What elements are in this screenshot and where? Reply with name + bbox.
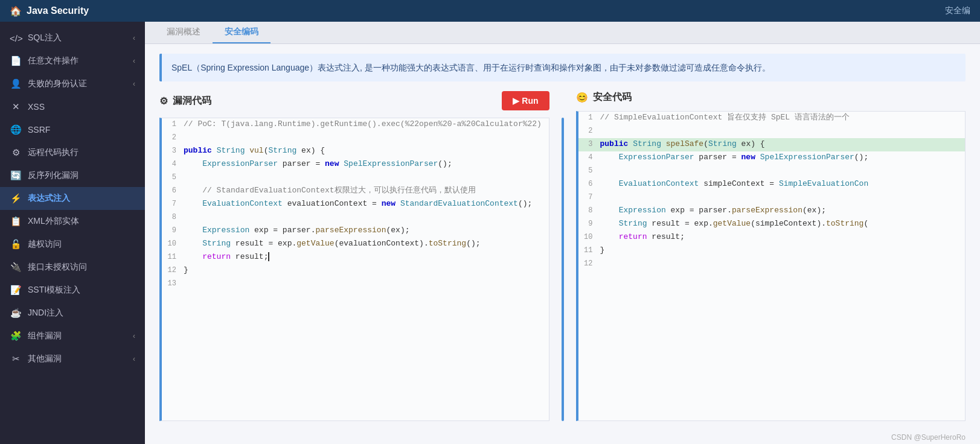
sidebar-item-xss[interactable]: ✕ XSS [0,95,145,118]
code-line: 9 String result = exp.getValue(simpleCon… [578,218,966,231]
safe-panel-header: 😊 安全代码 [576,91,966,104]
sidebar-label-sql: SQL注入 [28,33,62,43]
sidebar-label-other: 其他漏洞 [28,354,62,364]
run-button[interactable]: ▶ Run [502,91,549,110]
sidebar-item-expression-injection[interactable]: ⚡ 表达式注入 [0,187,145,210]
home-icon: 🏠 [10,5,22,17]
sidebar-label-rce: 远程代码执行 [28,147,78,158]
sidebar-label-jndi: JNDI注入 [28,308,63,319]
sidebar-item-xml-entity[interactable]: 📋 XML外部实体 [0,210,145,233]
template-icon: 📝 [10,285,22,296]
user-icon: 👤 [10,78,22,89]
sidebar-item-rce[interactable]: ⚙ 远程代码执行 [0,141,145,164]
sidebar-label-expression: 表达式注入 [28,193,70,204]
sidebar-item-access-control[interactable]: 🔓 越权访问 [0,233,145,256]
code-line: 4 ExpressionParser parser = new SpelExpr… [162,158,549,171]
sidebar-item-component-vuln[interactable]: 🧩 组件漏洞 ‹ [0,325,145,347]
vuln-code-panel: ⚙ 漏洞代码 ▶ Run 1 // PoC: T(java.lang.Runti… [159,91,549,421]
code-line: 7 [578,191,966,205]
code-line: 13 [162,278,549,291]
sidebar-label-ssti: SSTI模板注入 [28,285,80,296]
unlock-icon: 🔓 [10,239,22,250]
sidebar-label-deserialize: 反序列化漏洞 [28,170,78,181]
code-line: 11 return result; [162,251,549,264]
lightning-icon: ⚡ [10,193,22,204]
code-line: 7 EvaluationContext evaluationContext = … [162,198,549,211]
safe-panel-title: 😊 安全代码 [576,91,632,104]
app-title: Java Security [27,5,89,16]
chevron-icon: ‹ [133,80,135,88]
code-line: 9 Expression exp = parser.parseExpressio… [162,224,549,238]
tab-safe-code[interactable]: 安全编码 [213,22,271,43]
safe-code-panel: 😊 安全代码 1 // SimpleEvaluationContext 旨在仅支… [576,91,966,421]
smile-icon: 😊 [576,92,588,103]
main-layout: </> SQL注入 ‹ 📄 任意文件操作 ‹ 👤 失败的身份认证 ‹ ✕ XSS [0,22,980,444]
sidebar-item-ssrf[interactable]: 🌐 SSRF [0,118,145,141]
code-line: 2 [162,132,549,145]
sidebar-label-access: 越权访问 [28,239,62,250]
sidebar-label-auth: 失败的身份认证 [28,78,87,89]
chevron-icon: ‹ [133,332,135,340]
code-line: 11 } [578,244,966,258]
content-area: 漏洞概述 安全编码 SpEL（Spring Expression Languag… [145,22,980,444]
code-line: 12 [578,258,966,271]
sidebar-label-file: 任意文件操作 [28,56,78,66]
sidebar: </> SQL注入 ‹ 📄 任意文件操作 ‹ 👤 失败的身份认证 ‹ ✕ XSS [0,22,145,444]
code-line: 8 [162,211,549,224]
safe-code-editor[interactable]: 1 // SimpleEvaluationContext 旨在仅支持 SpEL … [576,111,966,421]
sidebar-item-jndi[interactable]: ☕ JNDI注入 [0,302,145,325]
sidebar-label-component: 组件漏洞 [28,331,62,341]
sidebar-item-ssti[interactable]: 📝 SSTI模板注入 [0,279,145,302]
cycle-icon: 🔄 [10,170,22,181]
code-line: 4 ExpressionParser parser = new SpelExpr… [578,151,966,165]
sidebar-item-sql-injection[interactable]: </> SQL注入 ‹ [0,27,145,49]
sidebar-label-xml: XML外部实体 [28,216,79,227]
code-line: 5 [162,171,549,185]
gear-icon: ⚙ [10,147,22,158]
sidebar-label-ssrf: SSRF [28,125,50,135]
tabs-bar: 漏洞概述 安全编码 [145,22,980,44]
header-right-label: 安全编 [945,5,970,16]
sidebar-label-xss: XSS [28,102,45,112]
code-section: ⚙ 漏洞代码 ▶ Run 1 // PoC: T(java.lang.Runti… [145,91,980,431]
app-title-group: 🏠 Java Security [10,5,89,17]
info-banner-text: SpEL（Spring Expression Language）表达式注入, 是… [171,63,770,72]
code-line: 1 // SimpleEvaluationContext 旨在仅支持 SpEL … [578,112,966,125]
code-line: 8 Expression exp = parser.parseExpressio… [578,205,966,218]
code-line: 10 return result; [578,231,966,244]
info-banner: SpEL（Spring Expression Language）表达式注入, 是… [159,54,966,81]
bug-icon: ⚙ [159,95,168,107]
coffee-icon: ☕ [10,308,22,319]
vuln-panel-header: ⚙ 漏洞代码 ▶ Run [159,91,549,110]
code-line: 3 public String vul(String ex) { [162,145,549,158]
file-icon: 📄 [10,56,22,66]
app-header: 🏠 Java Security 安全编 [0,0,980,22]
sidebar-item-auth-fail[interactable]: 👤 失败的身份认证 ‹ [0,72,145,95]
code-line: 10 String result = exp.getValue(evaluati… [162,238,549,251]
puzzle-icon: 🧩 [10,331,22,341]
code-line: 6 EvaluationContext simpleContext = Simp… [578,178,966,191]
code-line: 3 public String spelSafe(String ex) { [578,138,966,151]
watermark: CSDN @SuperHeroRo [145,431,980,444]
code-icon: </> [10,33,22,43]
chevron-icon: ‹ [133,355,135,363]
vuln-panel-title: ⚙ 漏洞代码 [159,95,211,107]
code-line: 1 // PoC: T(java.lang.Runtime).getRuntim… [162,118,549,132]
sidebar-item-other-vuln[interactable]: ✂ 其他漏洞 ‹ [0,347,145,370]
tab-vuln-detail[interactable]: 漏洞概述 [155,22,213,43]
scissors-icon: ✂ [10,354,22,364]
sidebar-label-unauth: 接口未授权访问 [28,262,87,273]
xml-icon: 📋 [10,216,22,227]
sidebar-item-deserialize[interactable]: 🔄 反序列化漏洞 [0,164,145,187]
x-icon: ✕ [10,101,22,112]
vuln-code-editor[interactable]: 1 // PoC: T(java.lang.Runtime).getRuntim… [159,118,549,421]
code-line: 12 } [162,264,549,278]
sidebar-item-unauth-api[interactable]: 🔌 接口未授权访问 [0,256,145,279]
chevron-icon: ‹ [133,57,135,65]
sidebar-item-file-ops[interactable]: 📄 任意文件操作 ‹ [0,49,145,72]
globe-icon: 🌐 [10,124,22,135]
code-line: 6 // StandardEvaluationContext权限过大，可以执行任… [162,185,549,198]
code-line: 2 [578,125,966,138]
chevron-icon: ‹ [133,34,135,42]
plug-icon: 🔌 [10,262,22,273]
